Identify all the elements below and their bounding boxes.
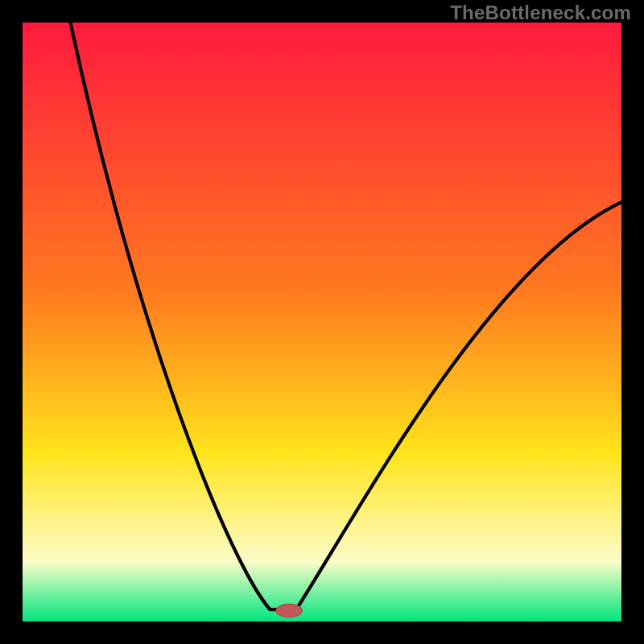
watermark-text: TheBottleneck.com — [450, 2, 631, 24]
chart-frame: { "watermark": { "text": "TheBottleneck.… — [0, 0, 644, 644]
chart-svg — [0, 0, 644, 644]
plot-background — [23, 23, 621, 621]
min-point-cursor[interactable] — [276, 605, 302, 617]
